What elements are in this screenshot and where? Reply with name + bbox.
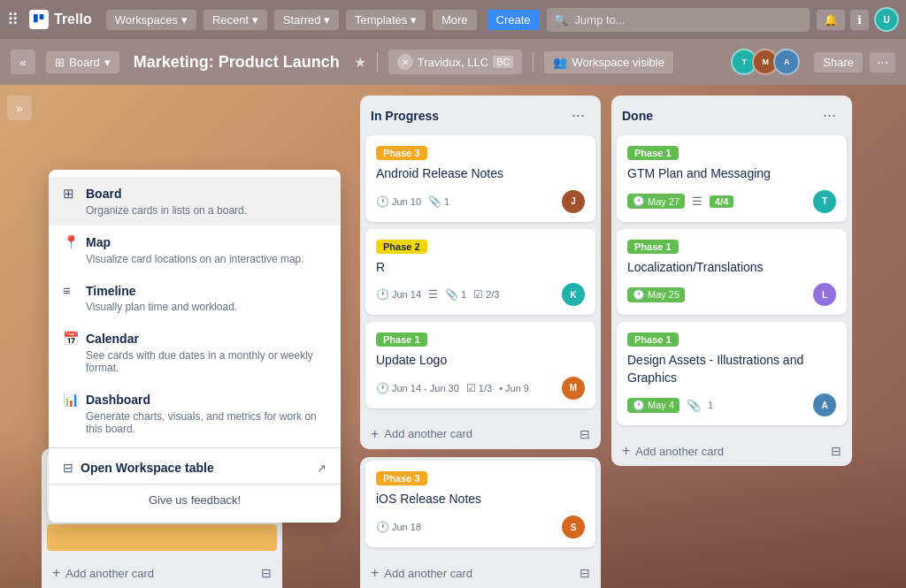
card-design-assets[interactable]: Phase 1 Design Assets - Illustrations an…: [617, 322, 847, 425]
star-btn[interactable]: ★: [354, 54, 366, 71]
card-tag: Phase 1: [627, 146, 679, 160]
list-cards-in-progress: Phase 3 Android Release Notes 🕐 Jun 10 📎…: [360, 132, 601, 419]
add-card-label: Add another card: [384, 567, 472, 580]
template-icon[interactable]: ⊟: [831, 444, 841, 458]
notifications-btn[interactable]: 🔔: [817, 10, 845, 30]
list-title-done: Done: [622, 109, 653, 123]
share-btn[interactable]: Share: [814, 52, 863, 73]
card-ios-release[interactable]: Phase 3 iOS Release Notes 🕐 Jun 18 S: [365, 461, 595, 547]
view-item-timeline-label: Timeline: [86, 284, 136, 298]
view-item-timeline-desc: Visually plan time and workload.: [86, 301, 326, 313]
collapse-sidebar-btn[interactable]: »: [7, 95, 32, 120]
template-icon[interactable]: ⊟: [580, 566, 590, 580]
add-card-btn-bottom[interactable]: + Add another card ⊟: [42, 558, 282, 588]
workspace-table-item[interactable]: ⊟ Open Workspace table ↗: [49, 452, 341, 484]
workspaces-btn[interactable]: Workspaces ▾: [106, 10, 196, 30]
svg-rect-0: [34, 14, 38, 22]
card-meta: 🕐 Jun 10 📎 1 J: [376, 190, 585, 213]
add-card-btn-done[interactable]: + Add another card ⊟: [611, 436, 852, 466]
view-item-dashboard[interactable]: 📊 Dashboard Generate charts, visuals, an…: [49, 383, 341, 444]
list-cards-done: Phase 1 GTM Plan and Messaging 🕐 May 27 …: [611, 132, 852, 436]
view-item-board-desc: Organize cards in lists on a board.: [86, 204, 326, 217]
view-item-map-label: Map: [86, 235, 111, 249]
user-avatar[interactable]: U: [874, 7, 899, 32]
search-bar: 🔍: [547, 8, 810, 32]
board-view-btn[interactable]: ⊞ Board ▾: [46, 51, 119, 73]
board-title: Marketing: Product Launch: [134, 53, 340, 72]
map-icon: 📍: [63, 234, 79, 250]
visibility-btn[interactable]: 👥 Workspace visible: [544, 51, 673, 73]
board-area: » ⊞ Board Organize cards in lists on a b…: [0, 85, 906, 588]
template-icon[interactable]: ⊟: [580, 427, 590, 441]
card-r[interactable]: Phase 2 R 🕐 Jun 14 ☰ 📎 1: [365, 229, 595, 316]
workspace-code: BC: [493, 56, 513, 68]
view-item-board[interactable]: ⊞ Board Organize cards in lists on a boa…: [49, 177, 341, 225]
workspace-chip[interactable]: ✕ Travidux, LLC BC: [388, 50, 523, 74]
checklist-count: 2/3: [486, 289, 499, 300]
clock-icon: 🕐: [633, 289, 645, 301]
sidebar-toggle-btn[interactable]: «: [11, 50, 35, 74]
template-icon[interactable]: ⊟: [261, 566, 272, 580]
attachment-count: 1: [708, 400, 713, 410]
card-title: Localization/Translations: [627, 259, 836, 277]
list-icon: ☰: [428, 288, 438, 301]
add-card-label: Add another card: [384, 427, 472, 440]
card-gtm[interactable]: Phase 1 GTM Plan and Messaging 🕐 May 27 …: [617, 135, 847, 222]
member-avatar-3[interactable]: A: [773, 49, 800, 75]
card-meta: 🕐 Jun 18 S: [376, 515, 585, 538]
board-member-avatars: T M A: [731, 49, 800, 75]
nav-right: 🔔 ℹ U: [817, 7, 899, 32]
board-icon: ⊞: [55, 56, 65, 69]
divider: [377, 52, 378, 72]
dashboard-icon: 📊: [63, 392, 79, 408]
feedback-btn[interactable]: Give us feedback!: [49, 484, 341, 515]
clock-icon: 🕐: [376, 382, 389, 394]
card-meta: 🕐 Jun 14 ☰ 📎 1 ☑ 2/3 K: [376, 283, 585, 306]
list-menu-btn[interactable]: ···: [566, 104, 590, 126]
list-title-in-progress: In Progress: [371, 109, 439, 123]
due-date: May 27: [648, 196, 680, 207]
due-date: Jun 14: [392, 289, 421, 300]
chevron-down-icon: ▾: [181, 13, 188, 27]
more-options-btn[interactable]: ⋯: [870, 52, 895, 73]
search-input[interactable]: [547, 8, 810, 32]
grid-icon[interactable]: ⠿: [7, 10, 19, 29]
view-item-map[interactable]: 📍 Map Visualize card locations on an int…: [49, 225, 341, 274]
card-localization[interactable]: Phase 1 Localization/Translations 🕐 May …: [617, 229, 847, 316]
card-avatar: L: [813, 283, 836, 306]
checklist-count: 1/3: [479, 383, 492, 393]
view-item-calendar-desc: See cards with due dates in a monthly or…: [86, 349, 326, 374]
info-btn[interactable]: ℹ: [850, 10, 869, 30]
add-card-btn-in-progress[interactable]: + Add another card ⊟: [360, 419, 601, 449]
card-avatar: A: [813, 393, 836, 416]
list-menu-done-btn[interactable]: ···: [818, 104, 841, 126]
recent-btn[interactable]: Recent ▾: [203, 10, 267, 30]
attachment-icon: 📎: [687, 399, 701, 412]
add-card-btn-ios[interactable]: + Add another card ⊟: [360, 558, 601, 588]
card-update-logo[interactable]: Phase 1 Update Logo 🕐 Jun 14 - Jun 30 ☑ …: [365, 322, 595, 409]
clock-icon: 🕐: [376, 195, 389, 208]
card-meta: 🕐 May 27 ☰ 4/4 T: [627, 190, 836, 213]
view-item-map-desc: Visualize card locations on an interacti…: [86, 253, 326, 265]
board-header: « ⊞ Board ▾ Marketing: Product Launch ★ …: [0, 39, 906, 85]
starred-btn[interactable]: Starred ▾: [274, 10, 339, 30]
workspace-table-label: Open Workspace table: [81, 461, 310, 475]
view-item-timeline[interactable]: ≡ Timeline Visually plan time and worklo…: [49, 274, 341, 322]
card-title: R: [376, 259, 585, 277]
add-card-label: Add another card: [65, 567, 154, 580]
top-nav: ⠿ Trello Workspaces ▾ Recent ▾ Starred ▾…: [0, 0, 906, 39]
view-item-dashboard-label: Dashboard: [86, 393, 150, 407]
plus-icon: +: [622, 443, 630, 459]
view-item-calendar-label: Calendar: [86, 332, 139, 346]
board-view-icon: ⊞: [63, 186, 79, 202]
templates-btn[interactable]: Templates ▾: [346, 10, 426, 30]
card-title: GTM Plan and Messaging: [627, 165, 836, 183]
list-ios-partial: Phase 3 iOS Release Notes 🕐 Jun 18 S + A…: [360, 457, 601, 588]
card-android-release[interactable]: Phase 3 Android Release Notes 🕐 Jun 10 📎…: [365, 135, 595, 222]
create-btn[interactable]: Create: [488, 10, 540, 30]
user-avatar-group[interactable]: U: [874, 7, 899, 32]
trello-wordmark: Trello: [54, 11, 92, 27]
plus-icon: +: [52, 565, 60, 581]
more-btn[interactable]: More: [433, 10, 477, 30]
view-item-calendar[interactable]: 📅 Calendar See cards with due dates in a…: [49, 322, 341, 383]
